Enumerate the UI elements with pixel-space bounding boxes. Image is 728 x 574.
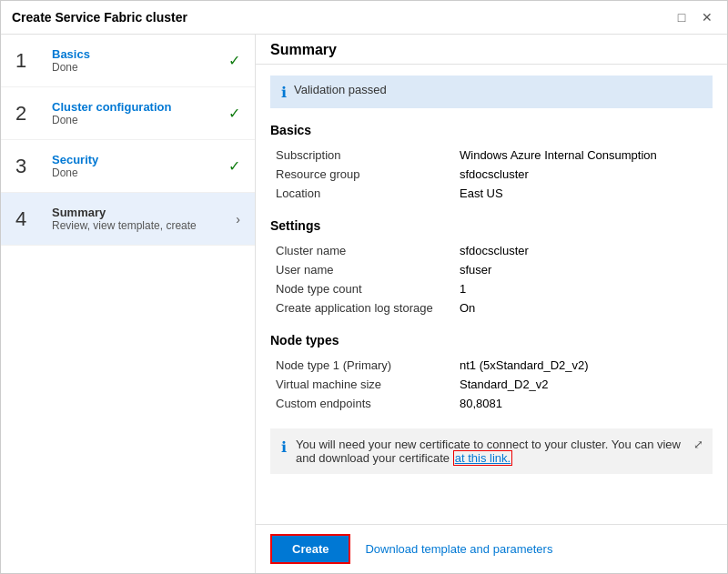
row-value: sfdocscluster: [456, 166, 711, 183]
step-sub-1: Done: [52, 61, 221, 74]
settings-section-title: Settings: [270, 218, 713, 233]
step-info-4: Summary Review, view template, create: [52, 206, 228, 232]
row-label: Subscription: [272, 146, 454, 164]
table-row: Custom endpoints 80,8081: [272, 395, 711, 412]
row-label: Create application log storage: [272, 299, 454, 317]
row-label: Virtual machine size: [272, 376, 454, 393]
right-panel: Summary ℹ Validation passed Basics Subsc…: [256, 35, 727, 573]
row-value: East US: [456, 185, 711, 202]
right-content: ℹ Validation passed Basics Subscription …: [256, 65, 727, 524]
validation-banner: ℹ Validation passed: [270, 76, 713, 108]
step-check-2: ✓: [228, 105, 240, 122]
step-number-3: 3: [15, 155, 41, 178]
node-types-table: Node type 1 (Primary) nt1 (5xStandard_D2…: [270, 355, 713, 414]
row-label: Node type 1 (Primary): [272, 357, 454, 374]
step-item-security[interactable]: 3 Security Done ✓: [1, 140, 255, 193]
dialog-body: 1 Basics Done ✓ 2 Cluster configuration …: [1, 35, 727, 573]
validation-text: Validation passed: [294, 83, 387, 96]
dialog-header-icons: □ ✕: [672, 8, 716, 26]
row-label: Resource group: [272, 166, 454, 183]
node-types-section-title: Node types: [270, 333, 713, 347]
step-name-1: Basics: [52, 47, 221, 61]
cert-info-icon: ℹ: [281, 438, 287, 456]
cert-link[interactable]: at this link.: [453, 450, 512, 466]
step-number-1: 1: [15, 49, 41, 73]
basics-table: Subscription Windows Azure Internal Cons…: [270, 145, 713, 204]
minimize-icon[interactable]: □: [672, 8, 691, 26]
step-number-2: 2: [15, 102, 41, 126]
table-row: Node type 1 (Primary) nt1 (5xStandard_D2…: [272, 357, 711, 374]
step-number-4: 4: [15, 207, 41, 231]
step-sub-3: Done: [52, 166, 221, 179]
external-link-icon[interactable]: ⤢: [693, 438, 703, 451]
step-sub-2: Done: [52, 114, 221, 126]
row-value: 1: [456, 280, 711, 297]
row-label: Location: [272, 185, 454, 202]
table-row: Resource group sfdocscluster: [272, 166, 711, 183]
table-row: User name sfuser: [272, 261, 711, 278]
step-item-summary[interactable]: 4 Summary Review, view template, create …: [1, 193, 255, 246]
dialog-header: Create Service Fabric cluster □ ✕: [1, 1, 727, 35]
step-info-1: Basics Done: [52, 47, 221, 74]
left-panel: 1 Basics Done ✓ 2 Cluster configuration …: [1, 35, 256, 573]
right-footer: Create Download template and parameters: [256, 524, 727, 573]
download-link[interactable]: Download template and parameters: [365, 542, 552, 556]
right-title: Summary: [270, 42, 337, 57]
table-row: Subscription Windows Azure Internal Cons…: [272, 146, 711, 164]
step-name-3: Security: [52, 153, 221, 166]
step-item-basics[interactable]: 1 Basics Done ✓: [1, 35, 255, 87]
row-value: On: [456, 299, 711, 317]
table-row: Create application log storage On: [272, 299, 711, 317]
step-item-cluster-configuration[interactable]: 2 Cluster configuration Done ✓: [1, 87, 255, 140]
row-label: Cluster name: [272, 242, 454, 259]
row-label: User name: [272, 261, 454, 278]
settings-table: Cluster name sfdocscluster User name sfu…: [270, 240, 713, 318]
table-row: Cluster name sfdocscluster: [272, 242, 711, 259]
step-name-4: Summary: [52, 206, 228, 219]
create-button[interactable]: Create: [270, 534, 350, 564]
row-value: Standard_D2_v2: [456, 376, 711, 393]
table-row: Node type count 1: [272, 280, 711, 297]
table-row: Location East US: [272, 185, 711, 202]
cert-text: You will need your new certificate to co…: [296, 438, 702, 465]
step-arrow-4: ›: [236, 212, 240, 227]
row-value: sfdocscluster: [456, 242, 711, 259]
close-icon[interactable]: ✕: [698, 8, 716, 26]
row-value: sfuser: [456, 261, 711, 278]
right-header: Summary: [256, 35, 727, 65]
row-value: Windows Azure Internal Consumption: [456, 146, 711, 164]
step-sub-4: Review, view template, create: [52, 219, 228, 232]
row-value: 80,8081: [456, 395, 711, 412]
basics-section-title: Basics: [270, 123, 713, 137]
step-name-2: Cluster configuration: [52, 100, 221, 114]
step-info-3: Security Done: [52, 153, 221, 179]
step-check-1: ✓: [228, 52, 240, 69]
dialog: Create Service Fabric cluster □ ✕ 1 Basi…: [0, 0, 728, 574]
row-value: nt1 (5xStandard_D2_v2): [456, 357, 711, 374]
table-row: Virtual machine size Standard_D2_v2: [272, 376, 711, 393]
dialog-title: Create Service Fabric cluster: [12, 10, 187, 25]
row-label: Node type count: [272, 280, 454, 297]
cert-banner: ℹ You will need your new certificate to …: [270, 428, 713, 474]
row-label: Custom endpoints: [272, 395, 454, 412]
info-icon: ℹ: [281, 84, 287, 101]
step-check-3: ✓: [228, 157, 240, 175]
step-info-2: Cluster configuration Done: [52, 100, 221, 126]
